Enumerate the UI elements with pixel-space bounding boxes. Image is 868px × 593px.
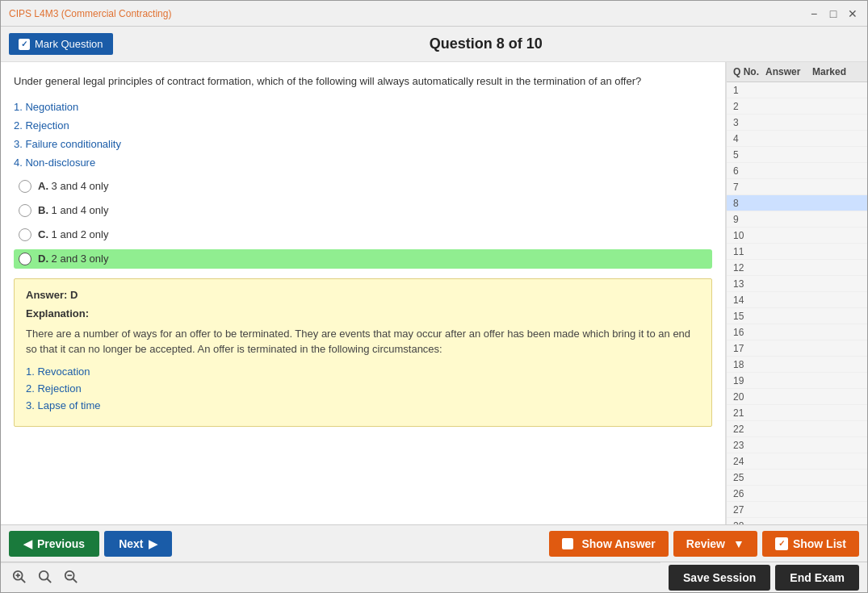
sidebar-row-11[interactable]: 11 — [727, 244, 867, 260]
option-1: 1. Negotiation — [14, 101, 712, 113]
sidebar-row-15[interactable]: 15 — [727, 308, 867, 324]
show-list-button[interactable]: Show List — [762, 531, 859, 557]
answer-choices: A. 3 and 4 only B. 1 and 4 only C. 1 and… — [14, 177, 712, 269]
question-area: Under general legal principles of contra… — [1, 62, 726, 524]
maximize-button[interactable]: □ — [827, 7, 840, 20]
sidebar-header: Q No. Answer Marked — [727, 62, 867, 82]
sidebar-scroll[interactable]: 1 2 3 4 5 6 7 8 9 10 11 12 13 14 15 16 1… — [727, 82, 867, 524]
prev-arrow-icon: ◀ — [23, 537, 32, 550]
zoom-in-button[interactable] — [9, 568, 30, 586]
show-list-check-icon — [775, 537, 788, 550]
sidebar-row-10[interactable]: 10 — [727, 228, 867, 244]
sidebar-row-28[interactable]: 28 — [727, 518, 867, 524]
sidebar-row-23[interactable]: 23 — [727, 437, 867, 453]
end-exam-button[interactable]: End Exam — [775, 565, 859, 591]
action-bar-right: Save Session End Exam — [660, 562, 867, 592]
sidebar-row-4[interactable]: 4 — [727, 131, 867, 147]
sidebar-row-9[interactable]: 9 — [727, 211, 867, 228]
toolbar: Mark Question Question 8 of 10 — [1, 27, 867, 62]
sidebar-row-13[interactable]: 13 — [727, 276, 867, 292]
zoom-bar — [1, 562, 660, 590]
option-4: 4. Non-disclosure — [14, 157, 712, 169]
review-dropdown-icon: ▼ — [733, 537, 744, 550]
mark-checkbox-icon — [19, 39, 30, 50]
explanation-item-1: 1. Revocation — [26, 365, 700, 378]
choice-A-label: A. 3 and 4 only — [38, 180, 108, 192]
previous-button[interactable]: ◀ Previous — [9, 531, 99, 557]
sidebar-row-20[interactable]: 20 — [727, 389, 867, 405]
sidebar-row-5[interactable]: 5 — [727, 147, 867, 163]
sidebar-row-7[interactable]: 7 — [727, 179, 867, 195]
close-button[interactable]: ✕ — [846, 7, 859, 20]
question-title: Question 8 of 10 — [113, 35, 859, 52]
option-2-number: 2. — [14, 119, 25, 132]
title-prefix: CIPS L4M3 — [9, 8, 61, 19]
action-zoom-bar: Save Session End Exam — [1, 562, 867, 592]
radio-C — [19, 228, 31, 241]
option-4-number: 4. — [14, 157, 25, 169]
zoom-normal-button[interactable] — [35, 568, 56, 586]
option-3: 3. Failure conditionality — [14, 138, 712, 150]
sidebar-row-18[interactable]: 18 — [727, 357, 867, 373]
choice-B-label: B. 1 and 4 only — [38, 204, 108, 216]
sidebar-row-24[interactable]: 24 — [727, 453, 867, 470]
sidebar-row-21[interactable]: 21 — [727, 405, 867, 421]
zoom-normal-icon — [38, 570, 52, 584]
show-answer-label: Show Answer — [581, 537, 655, 550]
answer-box: Answer: D Explanation: There are a numbe… — [14, 278, 712, 427]
options-list: 1. Negotiation 2. Rejection 3. Failure c… — [14, 101, 712, 169]
review-button[interactable]: Review ▼ — [673, 531, 757, 557]
choice-C[interactable]: C. 1 and 2 only — [14, 225, 712, 244]
choice-A[interactable]: A. 3 and 4 only — [14, 177, 712, 196]
sidebar-row-14[interactable]: 14 — [727, 292, 867, 308]
mark-question-button[interactable]: Mark Question — [9, 33, 113, 55]
question-text: Under general legal principles of contra… — [14, 73, 712, 90]
title-bar: CIPS L4M3 (Commercial Contracting) − □ ✕ — [1, 1, 867, 27]
option-4-text: Non-disclosure — [25, 157, 95, 169]
sidebar-col-marked: Marked — [812, 66, 861, 77]
explanation-item-2: 2. Rejection — [26, 382, 700, 395]
option-2: 2. Rejection — [14, 119, 712, 132]
sidebar-row-16[interactable]: 16 — [727, 324, 867, 340]
next-button[interactable]: Next ▶ — [104, 531, 171, 557]
sidebar-row-17[interactable]: 17 — [727, 340, 867, 357]
sidebar-row-3[interactable]: 3 — [727, 115, 867, 131]
svg-line-5 — [47, 578, 51, 583]
save-session-button[interactable]: Save Session — [669, 565, 770, 591]
choice-D[interactable]: D. 2 and 3 only — [14, 249, 712, 269]
mark-question-label: Mark Question — [35, 38, 103, 50]
minimize-button[interactable]: − — [807, 7, 820, 20]
sidebar-row-8[interactable]: 8 — [727, 195, 867, 211]
sidebar-col-qno: Q No. — [733, 66, 765, 77]
bottom-bar-nav: ◀ Previous Next ▶ Show Answer Review ▼ S… — [1, 524, 867, 562]
answer-line: Answer: D — [26, 289, 700, 301]
zoom-out-button[interactable] — [61, 568, 82, 586]
main-content: Under general legal principles of contra… — [1, 62, 867, 524]
sidebar-row-26[interactable]: 26 — [727, 486, 867, 502]
explanation-title: Explanation: — [26, 307, 700, 319]
zoom-in-icon — [12, 570, 27, 584]
option-1-text: Negotiation — [25, 101, 78, 113]
sidebar-row-1[interactable]: 1 — [727, 82, 867, 98]
next-label: Next — [119, 537, 143, 550]
option-1-number: 1. — [14, 101, 25, 113]
choice-C-label: C. 1 and 2 only — [38, 228, 108, 240]
explanation-item-3: 3. Lapse of time — [26, 399, 700, 411]
sidebar-row-27[interactable]: 27 — [727, 502, 867, 518]
radio-B — [19, 204, 31, 217]
show-answer-button[interactable]: Show Answer — [549, 531, 668, 557]
choice-B[interactable]: B. 1 and 4 only — [14, 201, 712, 220]
zoom-out-icon — [64, 570, 78, 584]
radio-D — [19, 253, 31, 265]
sidebar-row-25[interactable]: 25 — [727, 470, 867, 486]
next-arrow-icon: ▶ — [149, 537, 157, 550]
sidebar-row-19[interactable]: 19 — [727, 373, 867, 389]
sidebar-row-6[interactable]: 6 — [727, 163, 867, 179]
sidebar-row-12[interactable]: 12 — [727, 260, 867, 276]
show-list-label: Show List — [793, 537, 846, 550]
choice-D-label: D. 2 and 3 only — [38, 253, 108, 265]
sidebar-row-22[interactable]: 22 — [727, 421, 867, 437]
sidebar-row-2[interactable]: 2 — [727, 98, 867, 115]
option-3-text: Failure conditionality — [25, 138, 121, 150]
svg-point-4 — [40, 570, 48, 579]
